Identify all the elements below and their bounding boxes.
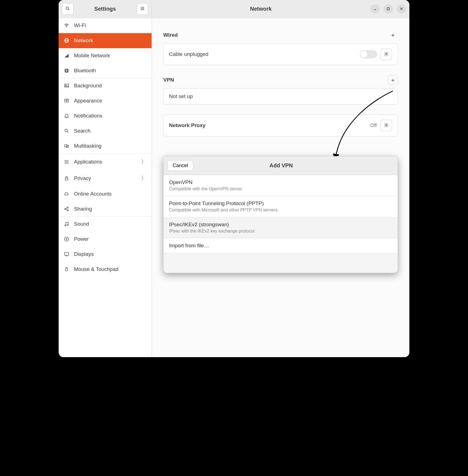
maximize-button[interactable]	[384, 4, 393, 14]
proxy-settings-button[interactable]	[381, 120, 392, 131]
vpn-option-ipsec[interactable]: IPsec/IKEv2 (strongswan) IPsec with the …	[164, 217, 398, 238]
sidebar-item-label: Sharing	[74, 206, 92, 212]
wired-heading: Wired	[163, 32, 388, 38]
sidebar-item-label: Notifications	[74, 113, 102, 119]
gear-icon	[384, 51, 389, 57]
sidebar-item-network[interactable]: Network	[59, 33, 152, 48]
wired-toggle[interactable]	[360, 50, 377, 58]
svg-point-44	[386, 53, 387, 55]
sidebar-item-mouse-touchpad[interactable]: Mouse & Touchpad	[59, 262, 152, 277]
settings-window: Settings Wi-Fi Network Mobile Network	[59, 0, 409, 357]
plus-icon: ＋	[390, 76, 396, 84]
wired-status: Cable unplugged	[169, 51, 360, 57]
sidebar-item-sharing[interactable]: Sharing	[59, 202, 152, 217]
sidebar-item-search[interactable]: Search	[59, 124, 152, 139]
sidebar-item-label: Mobile Network	[74, 53, 110, 59]
sidebar-header: Settings	[59, 0, 152, 18]
proxy-row[interactable]: Network Proxy Off	[164, 115, 398, 136]
sidebar-item-background[interactable]: Background	[59, 78, 152, 93]
display-icon	[64, 251, 70, 257]
svg-point-13	[66, 100, 67, 101]
share-icon	[64, 206, 70, 212]
mouse-icon	[64, 266, 70, 272]
background-icon	[64, 83, 70, 89]
sidebar-item-mobile-network[interactable]: Mobile Network	[59, 48, 152, 63]
bluetooth-icon	[64, 68, 70, 74]
proxy-card: Network Proxy Off	[163, 114, 398, 136]
svg-line-15	[67, 132, 69, 133]
sidebar-item-label: Network	[74, 38, 93, 44]
sidebar-item-multitasking[interactable]: Multitasking	[59, 139, 152, 154]
vpn-option-desc: Compatible with the OpenVPN server.	[169, 187, 392, 191]
sidebar-item-sound[interactable]: Sound	[59, 217, 152, 232]
content-area: Wired ＋ Cable unplugged VPN ＋ Not set up	[152, 18, 409, 357]
vpn-row[interactable]: Not set up	[164, 88, 398, 104]
wired-card: Cable unplugged	[163, 43, 398, 65]
wired-settings-button[interactable]	[381, 48, 392, 60]
bell-icon	[64, 113, 70, 119]
proxy-status: Off	[370, 123, 377, 128]
add-vpn-button[interactable]: ＋	[388, 75, 398, 85]
vpn-option-openvpn[interactable]: OpenVPN Compatible with the OpenVPN serv…	[164, 175, 398, 196]
svg-rect-41	[387, 8, 389, 10]
sidebar-item-displays[interactable]: Displays	[59, 247, 152, 262]
add-vpn-dialog: Cancel Add VPN OpenVPN Compatible with t…	[163, 156, 398, 273]
dialog-footer	[164, 253, 398, 273]
svg-point-0	[66, 7, 69, 9]
sidebar-item-bluetooth[interactable]: Bluetooth	[59, 63, 152, 78]
multitasking-icon	[64, 143, 70, 149]
svg-point-21	[65, 161, 65, 162]
music-icon	[64, 221, 70, 227]
sidebar-item-appearance[interactable]: Appearance	[59, 93, 152, 108]
sidebar-item-label: Mouse & Touchpad	[74, 266, 118, 272]
vpn-option-title: Import from file…	[169, 243, 392, 249]
close-button[interactable]	[397, 4, 406, 14]
dialog-title: Add VPN	[169, 162, 394, 169]
vpn-section-header: VPN ＋	[163, 75, 398, 85]
toggle-knob	[360, 51, 367, 58]
svg-line-31	[66, 208, 67, 209]
vpn-option-title: IPsec/IKEv2 (strongswan)	[169, 222, 392, 228]
sidebar-item-online-accounts[interactable]: Online Accounts	[59, 187, 152, 202]
wifi-icon	[64, 22, 70, 28]
plus-icon: ＋	[390, 31, 396, 39]
sidebar-item-applications[interactable]: Applications 〉	[59, 154, 152, 170]
svg-line-1	[68, 9, 69, 10]
svg-point-26	[67, 163, 68, 164]
svg-point-20	[67, 160, 68, 161]
minimize-button[interactable]	[370, 4, 380, 14]
sidebar-item-label: Search	[74, 128, 90, 134]
add-wired-button[interactable]: ＋	[388, 30, 398, 40]
wired-row[interactable]: Cable unplugged	[164, 44, 398, 65]
sidebar-item-label: Multitasking	[74, 143, 101, 149]
vpn-option-title: OpenVPN	[169, 179, 392, 185]
vpn-option-desc: IPsec with the IKEv2 key exchange protoc…	[169, 229, 392, 234]
sidebar-item-notifications[interactable]: Notifications	[59, 108, 152, 124]
svg-rect-27	[65, 178, 68, 180]
sidebar-item-wifi[interactable]: Wi-Fi	[59, 18, 152, 33]
minimize-icon	[373, 7, 377, 11]
sidebar-item-power[interactable]: Power	[59, 232, 152, 247]
wired-section-header: Wired ＋	[163, 30, 398, 40]
svg-point-23	[67, 161, 68, 162]
svg-point-34	[67, 224, 68, 225]
globe-icon	[64, 38, 70, 44]
main-panel: Network Wired ＋ Cable unplugged VPN	[152, 0, 409, 357]
svg-point-33	[65, 225, 66, 226]
vpn-option-pptp[interactable]: Point-to-Point Tunneling Protocol (PPTP)…	[164, 196, 398, 217]
svg-point-25	[66, 163, 67, 164]
vpn-option-desc: Compatible with Microsoft and other PPTP…	[169, 208, 392, 213]
apps-icon	[64, 159, 70, 165]
search-button[interactable]	[62, 3, 73, 15]
svg-line-32	[66, 209, 67, 210]
sidebar-item-label: Bluetooth	[74, 68, 96, 74]
svg-point-22	[66, 161, 67, 162]
sidebar-item-label: Sound	[74, 221, 89, 227]
page-title: Network	[155, 6, 367, 12]
menu-button[interactable]	[137, 3, 148, 15]
sidebar-item-label: Power	[74, 236, 89, 242]
sidebar-item-privacy[interactable]: Privacy 〉	[59, 170, 152, 187]
main-header: Network	[152, 0, 409, 18]
maximize-icon	[387, 7, 390, 11]
vpn-option-import[interactable]: Import from file…	[164, 238, 398, 253]
